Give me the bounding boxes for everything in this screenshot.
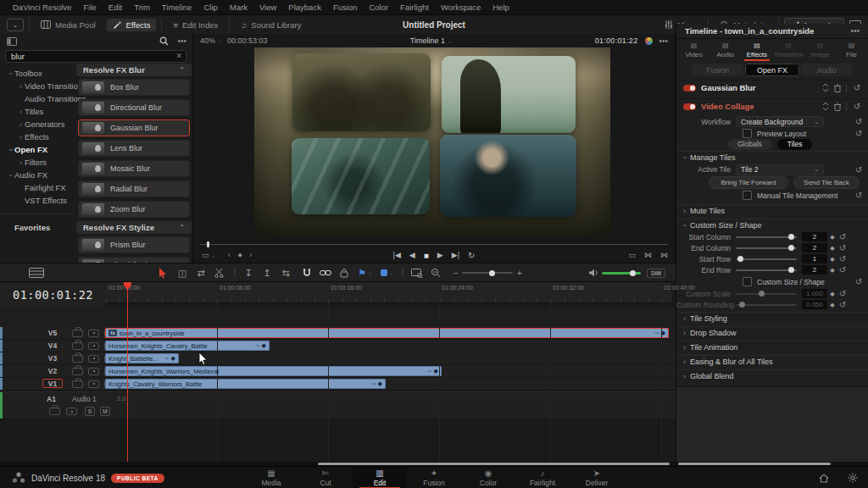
sidebar-item-open-fx[interactable]: ›Open FX bbox=[0, 143, 75, 156]
manual-tile-management-checkbox[interactable] bbox=[743, 191, 752, 200]
send-tile-back-button[interactable]: Send Tile Back bbox=[793, 176, 860, 189]
fx-item-radial-blur[interactable]: Radial Blur bbox=[78, 180, 190, 197]
slider-track[interactable] bbox=[736, 247, 797, 249]
effect-enable-toggle[interactable] bbox=[683, 85, 696, 92]
volume-slider[interactable] bbox=[602, 266, 641, 280]
page-fusion[interactable]: ✦Fusion bbox=[407, 467, 461, 488]
track-header-v4[interactable]: V4 bbox=[0, 340, 676, 352]
page-fairlight[interactable]: ♪Fairlight bbox=[515, 467, 570, 488]
search-input[interactable] bbox=[5, 50, 186, 63]
effects-button[interactable]: Effects bbox=[107, 19, 157, 31]
timeline-match-icon[interactable]: ⋈ bbox=[660, 251, 668, 259]
menu-mark[interactable]: Mark bbox=[224, 3, 253, 12]
cinema-viewer-icon[interactable]: ▭ bbox=[628, 251, 636, 259]
reorder-icon[interactable] bbox=[822, 83, 829, 92]
slider-knob[interactable] bbox=[788, 245, 794, 251]
reset-icon[interactable]: ↺ bbox=[837, 300, 848, 309]
menu-clip[interactable]: Clip bbox=[198, 3, 223, 12]
menu-fairlight[interactable]: Fairlight bbox=[394, 3, 435, 12]
effect-enable-toggle[interactable] bbox=[683, 103, 696, 110]
menu-help[interactable]: Help bbox=[487, 3, 515, 12]
sound-library-button[interactable]: ♫ Sound Library bbox=[235, 19, 307, 31]
keyframe-icon[interactable]: ◆ bbox=[827, 291, 837, 297]
slider-track[interactable] bbox=[736, 304, 797, 306]
track-lock-icon[interactable] bbox=[72, 330, 83, 337]
trash-icon[interactable] bbox=[834, 103, 841, 111]
track-auto-select-icon[interactable] bbox=[66, 408, 77, 415]
subtab-audio[interactable]: Audio bbox=[801, 64, 853, 76]
clip-keyframe-icons[interactable]: ∼◆ bbox=[427, 368, 438, 374]
ui-layout-toggle-icon[interactable]: ⌄ bbox=[7, 19, 24, 31]
viewer-scrub-bar[interactable] bbox=[200, 241, 668, 247]
reset-icon[interactable]: ↺ bbox=[852, 102, 862, 111]
slider-track[interactable] bbox=[736, 258, 797, 260]
preview-layout-checkbox[interactable] bbox=[743, 129, 752, 138]
track-auto-select-icon[interactable] bbox=[88, 368, 99, 375]
section-arrow-icon[interactable]: › bbox=[683, 329, 686, 337]
slider-knob[interactable] bbox=[739, 302, 745, 308]
timeline-clip-knights-cavalry-warriors-battle[interactable]: Knights_Cavalry_Warriors_Battle∼◆ bbox=[105, 379, 386, 389]
timeline-clip-horsemen-knights-warriors-medieval[interactable]: Horsemen_Knights_Warriors_Medieval∼◆ bbox=[105, 366, 442, 376]
menu-fusion[interactable]: Fusion bbox=[327, 3, 364, 12]
position-lock-icon[interactable] bbox=[336, 266, 353, 280]
keyframe-icon[interactable]: ◆ bbox=[827, 267, 837, 274]
color-wheel-icon[interactable] bbox=[645, 37, 653, 45]
timeline-name-dropdown[interactable]: Timeline 1 ⌄ bbox=[410, 36, 453, 45]
track-auto-select-icon[interactable] bbox=[88, 380, 99, 388]
fx-group-header-resolve-fx-blur[interactable]: Resolve FX Blur⌃ bbox=[76, 64, 192, 76]
overwrite-clip-icon[interactable]: ↥ bbox=[259, 266, 275, 280]
slider-knob[interactable] bbox=[788, 234, 794, 240]
section-arrow-icon[interactable]: › bbox=[683, 372, 686, 380]
flag-icon[interactable]: ⚑⌄ bbox=[356, 266, 375, 280]
keyframe-icon[interactable]: ◆ bbox=[827, 234, 837, 241]
section-arrow-icon[interactable]: › bbox=[681, 157, 689, 159]
page-edit[interactable]: ▥Edit bbox=[353, 467, 407, 488]
reset-icon[interactable]: ↺ bbox=[837, 254, 848, 263]
timeline-scroll-thumb[interactable] bbox=[318, 463, 670, 465]
insert-clip-icon[interactable]: ↧ bbox=[241, 266, 256, 280]
menu-trim[interactable]: Trim bbox=[128, 3, 156, 12]
section-arrow-icon[interactable]: › bbox=[683, 207, 686, 215]
go-to-start-button[interactable]: |◀ bbox=[393, 251, 401, 259]
clip-keyframe-icons[interactable]: ∼◆ bbox=[164, 355, 175, 362]
active-tile-dropdown[interactable]: Tile 2⌄ bbox=[736, 164, 824, 175]
fx-item-prism-blur[interactable]: Prism Blur bbox=[78, 236, 190, 253]
viewer-zoom-level[interactable]: 40% bbox=[200, 36, 215, 45]
bring-tile-forward-button[interactable]: Bring Tile Forward bbox=[709, 176, 788, 189]
track-lock-icon[interactable] bbox=[72, 342, 83, 350]
media-pool-button[interactable]: Media Pool bbox=[35, 19, 102, 31]
keyframe-icon[interactable]: ◆ bbox=[827, 245, 837, 252]
inspector-scroll-thumb[interactable] bbox=[678, 463, 831, 465]
slider-track[interactable] bbox=[736, 236, 797, 238]
reset-icon[interactable]: ↺ bbox=[837, 265, 848, 274]
subtab-fusion[interactable]: Fusion bbox=[692, 64, 743, 76]
selection-tool-icon[interactable] bbox=[156, 266, 170, 280]
timeline-clip-horsemen-knights-cavalry-battle[interactable]: Horsemen_Knights_Cavalry_Battle∼◆ bbox=[105, 341, 270, 351]
replace-clip-icon[interactable]: ⇆ bbox=[278, 266, 293, 280]
reset-icon[interactable]: ↺ bbox=[854, 165, 864, 175]
subtab-open-fx[interactable]: Open FX bbox=[745, 64, 798, 76]
track-auto-select-icon[interactable] bbox=[88, 342, 99, 350]
sidebar-item-toolbox[interactable]: ›Toolbox bbox=[0, 67, 75, 80]
section-arrow-icon[interactable]: › bbox=[683, 358, 686, 366]
fx-item-directional-blur[interactable]: Directional Blur bbox=[78, 99, 190, 116]
clip-keyframe-icons[interactable]: ∼◆ bbox=[654, 330, 665, 336]
panel-options-icon[interactable]: ••• bbox=[177, 36, 186, 46]
menu-workspace[interactable]: Workspace bbox=[435, 3, 487, 12]
sidebar-item-generators[interactable]: ›Generators bbox=[0, 118, 75, 130]
menu-file[interactable]: File bbox=[78, 3, 103, 12]
reset-icon[interactable]: ↺ bbox=[837, 232, 848, 241]
fx-item-tilt-shift-blur[interactable]: Tilt-Shift Blur bbox=[78, 257, 190, 263]
edit-index-button[interactable]: ≡ Edit Index bbox=[167, 19, 224, 31]
zoom-window-icon[interactable] bbox=[409, 266, 426, 280]
timeline-zoom-slider[interactable] bbox=[462, 266, 513, 280]
search-icon[interactable] bbox=[159, 36, 169, 46]
zoom-out-icon[interactable] bbox=[427, 266, 444, 280]
track-lock-icon[interactable] bbox=[72, 380, 83, 388]
stop-button[interactable]: ■ bbox=[424, 251, 429, 260]
track-lock-icon[interactable] bbox=[72, 368, 83, 375]
inspector-options-icon[interactable]: ••• bbox=[850, 26, 860, 36]
reset-icon[interactable]: ↺ bbox=[837, 289, 848, 298]
tab-video[interactable]: ▤Video bbox=[678, 39, 709, 61]
fx-item-zoom-blur[interactable]: Zoom Blur bbox=[78, 201, 190, 218]
